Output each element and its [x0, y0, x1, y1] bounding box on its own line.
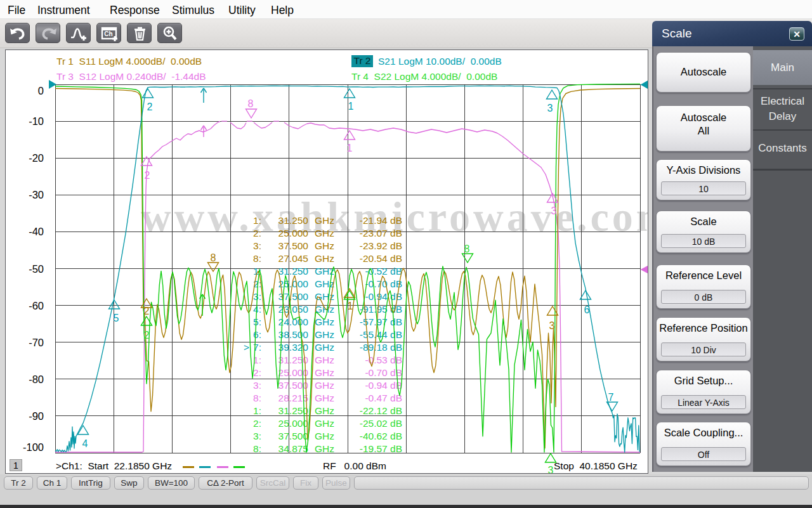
- svg-text:-100: -100: [23, 441, 44, 453]
- svg-text:3: 3: [548, 465, 554, 474]
- svg-text:-89.18 dB: -89.18 dB: [360, 342, 402, 353]
- svg-text:8: 8: [211, 252, 216, 263]
- svg-text:8: 8: [248, 98, 254, 109]
- svg-text:GHz: GHz: [315, 418, 334, 429]
- svg-text:GHz: GHz: [315, 443, 334, 454]
- svg-text:1: 1: [348, 101, 354, 112]
- svg-text:GHz: GHz: [315, 316, 334, 327]
- svg-text:38.500: 38.500: [278, 329, 309, 340]
- svg-text:-23.07 dB: -23.07 dB: [360, 228, 402, 238]
- svg-text:-0.70 dB: -0.70 dB: [365, 278, 402, 289]
- svg-text:-19.57 dB: -19.57 dB: [360, 443, 402, 454]
- svg-text:-70: -70: [29, 337, 44, 348]
- svg-text:1: 1: [347, 143, 353, 153]
- svg-text:1:: 1:: [253, 215, 261, 226]
- svg-text:GHz: GHz: [315, 405, 334, 416]
- svg-text:24.000: 24.000: [278, 316, 309, 327]
- svg-text:-90: -90: [29, 410, 44, 422]
- svg-text:2: 2: [144, 330, 150, 341]
- svg-text:2: 2: [144, 306, 150, 316]
- svg-text:34.875: 34.875: [278, 443, 308, 454]
- svg-text:5: 5: [114, 313, 119, 323]
- svg-text:1:: 1:: [253, 405, 261, 416]
- svg-text:-0.94 dB: -0.94 dB: [365, 380, 402, 391]
- svg-text:-0.52 dB: -0.52 dB: [365, 266, 402, 277]
- svg-text:GHz: GHz: [315, 431, 334, 441]
- svg-text:4:: 4:: [253, 304, 261, 315]
- svg-text:-23.92 dB: -23.92 dB: [360, 240, 402, 251]
- svg-text:31.250: 31.250: [278, 215, 309, 226]
- svg-text:-10: -10: [29, 115, 44, 127]
- svg-text:GHz: GHz: [315, 228, 334, 238]
- svg-text:GHz: GHz: [315, 240, 334, 251]
- svg-text:8:: 8:: [253, 253, 261, 264]
- svg-text:-21.94 dB: -21.94 dB: [360, 215, 402, 226]
- svg-text:3: 3: [549, 320, 555, 331]
- svg-text:GHz: GHz: [315, 253, 334, 264]
- svg-text:>: >: [244, 342, 249, 353]
- svg-text:-25.02 dB: -25.02 dB: [360, 418, 402, 429]
- svg-text:-55.44 dB: -55.44 dB: [360, 329, 402, 340]
- svg-text:31.250: 31.250: [278, 266, 309, 277]
- svg-text:4: 4: [82, 438, 88, 449]
- svg-text:0: 0: [38, 85, 44, 96]
- svg-text:3: 3: [547, 103, 553, 114]
- svg-text:2: 2: [145, 170, 150, 181]
- svg-text:2: 2: [147, 101, 153, 112]
- svg-text:8: 8: [464, 244, 470, 254]
- svg-text:3: 3: [551, 205, 557, 216]
- svg-text:GHz: GHz: [315, 329, 334, 340]
- svg-text:GHz: GHz: [315, 355, 334, 365]
- svg-text:37.500: 37.500: [278, 431, 309, 441]
- svg-text:2:: 2:: [253, 228, 261, 238]
- svg-text:27.045: 27.045: [278, 253, 308, 264]
- svg-text:3:: 3:: [253, 431, 261, 441]
- svg-text:1: 1: [348, 301, 353, 311]
- svg-text:8:: 8:: [253, 393, 261, 403]
- svg-text:GHz: GHz: [315, 278, 334, 289]
- svg-text:-30: -30: [29, 189, 44, 200]
- svg-text:6: 6: [584, 304, 590, 315]
- svg-text:-0.47 dB: -0.47 dB: [365, 393, 402, 403]
- svg-text:2:: 2:: [253, 367, 261, 378]
- svg-text:37.500: 37.500: [278, 380, 309, 391]
- svg-text:GHz: GHz: [315, 215, 334, 226]
- svg-text:-22.12 dB: -22.12 dB: [360, 405, 402, 416]
- svg-text:-40: -40: [29, 226, 44, 237]
- svg-text:3:: 3:: [253, 240, 261, 251]
- svg-text:GHz: GHz: [315, 367, 334, 378]
- svg-text:3:: 3:: [253, 380, 261, 391]
- svg-text:GHz: GHz: [315, 342, 334, 353]
- svg-text:25.000: 25.000: [278, 228, 309, 238]
- svg-text:Ch: Ch: [104, 30, 112, 37]
- svg-text:6:: 6:: [253, 329, 261, 340]
- svg-text:2:: 2:: [253, 418, 261, 429]
- svg-text:GHz: GHz: [315, 380, 334, 391]
- svg-text:-50: -50: [29, 263, 44, 275]
- svg-text:GHz: GHz: [315, 393, 334, 403]
- svg-text:-20.54 dB: -20.54 dB: [360, 253, 402, 264]
- svg-text:8:: 8:: [253, 443, 261, 454]
- svg-text:-20: -20: [29, 152, 44, 164]
- svg-text:-60: -60: [29, 300, 44, 311]
- svg-text:7: 7: [608, 392, 614, 403]
- svg-text:5:: 5:: [253, 316, 261, 327]
- svg-text:-80: -80: [29, 374, 44, 385]
- svg-text:25.000: 25.000: [278, 367, 309, 378]
- svg-text:-40.62 dB: -40.62 dB: [360, 431, 402, 441]
- svg-text:37.500: 37.500: [278, 240, 309, 251]
